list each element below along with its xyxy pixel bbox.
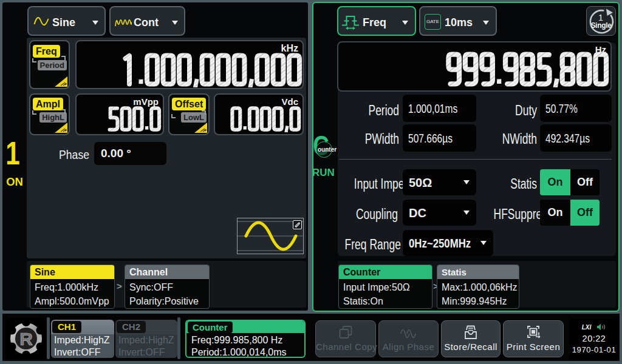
svg-text:Single: Single [590, 21, 612, 30]
svg-text:R: R [19, 329, 33, 349]
